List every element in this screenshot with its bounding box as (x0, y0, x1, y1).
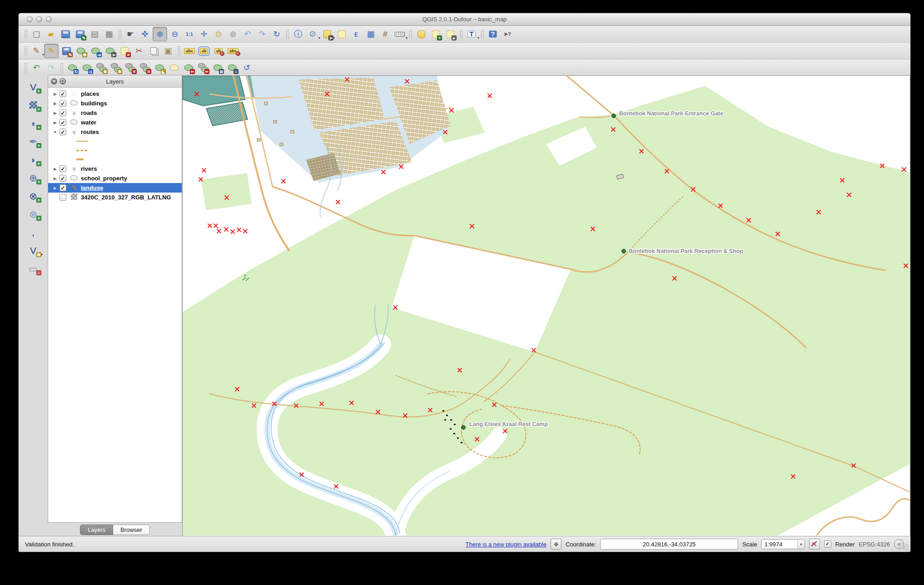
layer-item-places[interactable]: ▶✓places (48, 89, 182, 99)
zoom-full-button[interactable]: ✛ (197, 27, 211, 41)
expander-arrow[interactable]: ▶ (52, 167, 59, 171)
delete-part-button[interactable]: ✕ (138, 61, 152, 74)
rotate-feature-button[interactable]: ↻ (65, 61, 79, 74)
cut-features-button[interactable]: ✂ (132, 44, 146, 58)
add-feature-button[interactable]: ✱ (74, 44, 88, 58)
zoom-last-button[interactable]: ↶ (241, 27, 254, 41)
map-canvas[interactable]: Bontebok National Park Entrance GateBont… (182, 75, 910, 536)
add-mssql-layer-button[interactable]: ◗+ (25, 152, 42, 167)
layer-visibility-checkbox[interactable]: ✓ (60, 109, 66, 116)
render-checkbox[interactable]: ✓ (824, 540, 831, 548)
minimize-window-button[interactable] (36, 16, 42, 22)
open-attribute-table-button[interactable]: ▦ (364, 27, 378, 41)
layer-item-routes[interactable]: ▼✓routes (48, 127, 182, 137)
scale-combobox[interactable]: 1:9974 ▼ (761, 539, 805, 549)
zoom-in-button[interactable]: ⊕ (153, 27, 167, 41)
deselect-features-button[interactable] (335, 27, 348, 41)
refresh-map-button[interactable]: ↻ (270, 27, 283, 41)
expander-arrow[interactable]: ▶ (52, 111, 59, 115)
layer-item-3420C_2010_327_RGB_LATLNG[interactable]: 3420C_2010_327_RGB_LATLNG (48, 193, 182, 202)
zoom-window-button[interactable] (46, 16, 52, 22)
zoom-to-selection-button[interactable]: ⊙ (212, 27, 225, 41)
pan-to-selection-button[interactable]: ✜ (138, 27, 152, 41)
add-wms-layer-button[interactable]: ⊕+ (25, 170, 42, 185)
layer-visibility-checkbox[interactable]: ✓ (60, 100, 66, 107)
panel-float-button[interactable]: ❐ (60, 78, 66, 84)
help-contents-button[interactable]: ? (486, 27, 500, 41)
node-tool-button[interactable]: ➤ (103, 44, 117, 58)
move-label-button[interactable]: ab (197, 44, 211, 58)
new-print-composer-button[interactable]: ▤ (88, 27, 101, 41)
rotate-point-symbols-button[interactable]: ↺ (240, 61, 253, 74)
zoom-out-button[interactable]: ⊖ (168, 27, 182, 41)
text-annotation-button[interactable]: T▾ (465, 27, 478, 41)
save-project-as-button[interactable]: ✎ (73, 27, 87, 41)
split-parts-button[interactable]: ✂ (196, 61, 210, 74)
layer-visibility-checkbox[interactable]: ✓ (60, 165, 66, 172)
merge-attributes-button[interactable]: ≡ (225, 61, 239, 74)
new-bookmark-button[interactable]: + (429, 27, 442, 41)
add-postgis-layer-button[interactable]: ◖+ (25, 116, 42, 130)
layer-item-water[interactable]: ▶✓water (48, 118, 182, 127)
paste-features-button[interactable]: ▣ (161, 44, 175, 58)
layer-item-school_property[interactable]: ▶✓school_property (48, 174, 182, 183)
expander-arrow[interactable]: ▶ (52, 92, 59, 96)
layer-visibility-checkbox[interactable]: ✓ (60, 119, 66, 126)
current-edits-button[interactable]: ✎▾ (30, 44, 43, 58)
merge-features-button[interactable]: ⊞ (211, 61, 224, 74)
run-feature-action-button[interactable]: ⚙▾ (306, 27, 319, 41)
remove-layer-button[interactable]: ▭− (25, 261, 42, 276)
add-delimited-text-layer-button[interactable]: , (25, 225, 42, 239)
whats-this-button[interactable]: ➤? (501, 27, 514, 41)
expander-arrow[interactable]: ▶ (52, 101, 59, 106)
tab-layers[interactable]: Layers (80, 525, 113, 535)
pan-map-button[interactable]: ☛ (124, 27, 137, 41)
select-features-button[interactable]: ➤▾ (320, 27, 334, 41)
simplify-feature-button[interactable]: ◇ (80, 61, 94, 74)
add-ring-button[interactable]: ✱ (94, 61, 108, 74)
expander-arrow[interactable]: ▶ (52, 186, 59, 190)
layer-visibility-checkbox[interactable]: ✓ (60, 184, 66, 191)
add-wcs-layer-button[interactable]: ⊗+ (25, 188, 42, 203)
titlebar[interactable]: QGIS 2.0.1-Dufour – basic_map (19, 13, 910, 26)
layer-visibility-checkbox[interactable] (60, 194, 66, 201)
new-plugin-link[interactable]: There is a new plugin available (465, 541, 546, 548)
offset-curve-button[interactable] (167, 61, 181, 74)
labeling-button[interactable]: abc (183, 44, 196, 58)
select-by-expression-button[interactable]: ε (349, 27, 363, 41)
expander-arrow[interactable]: ▶ (52, 176, 59, 181)
layer-visibility-checkbox[interactable]: ✓ (60, 175, 66, 182)
map-tips-button[interactable] (414, 27, 428, 41)
copy-features-button[interactable] (147, 44, 160, 58)
add-part-button[interactable]: ✱ (109, 61, 123, 74)
add-vector-layer-button[interactable]: V+ (25, 79, 42, 94)
change-label-properties-button[interactable]: abc (226, 44, 240, 58)
save-layer-edits-button[interactable]: ✎ (60, 44, 73, 58)
zoom-next-button[interactable]: ↷ (255, 27, 269, 41)
composer-manager-button[interactable]: ▦ (102, 27, 116, 41)
zoom-actual-button[interactable]: 1:1 (183, 27, 196, 41)
undo-button[interactable]: ↶ (30, 61, 43, 74)
measure-button[interactable]: ▾ (393, 27, 407, 41)
redo-button[interactable]: ↷ (44, 61, 58, 74)
add-raster-layer-button[interactable]: + (25, 98, 42, 112)
close-window-button[interactable] (27, 16, 33, 22)
expander-arrow[interactable]: ▼ (52, 130, 59, 134)
delete-ring-button[interactable]: ✕ (124, 61, 137, 74)
resize-grip[interactable] (903, 544, 909, 550)
open-project-button[interactable]: ▰ (44, 27, 58, 41)
layer-item-roads[interactable]: ▶✓roads (48, 108, 182, 118)
tab-browser[interactable]: Browser (113, 525, 150, 535)
delete-selected-button[interactable]: ✕ (118, 44, 131, 58)
panel-close-button[interactable]: ✕ (51, 78, 57, 84)
add-wfs-layer-button[interactable]: ⊛+ (25, 207, 42, 221)
layer-item-landuse[interactable]: ▶✓landuse (48, 183, 182, 193)
stop-rendering-button[interactable]: ✎ (809, 539, 820, 550)
zoom-to-layer-button[interactable]: ⊚ (226, 27, 240, 41)
show-bookmarks-button[interactable]: ▸ (443, 27, 457, 41)
new-shapefile-layer-button[interactable]: V✱▾ (25, 243, 42, 258)
move-feature-button[interactable]: ➜ (89, 44, 102, 58)
toggle-editing-button[interactable]: ✎ (44, 44, 59, 58)
layer-visibility-checkbox[interactable]: ✓ (60, 129, 66, 135)
reshape-features-button[interactable]: ◣ (153, 61, 166, 74)
